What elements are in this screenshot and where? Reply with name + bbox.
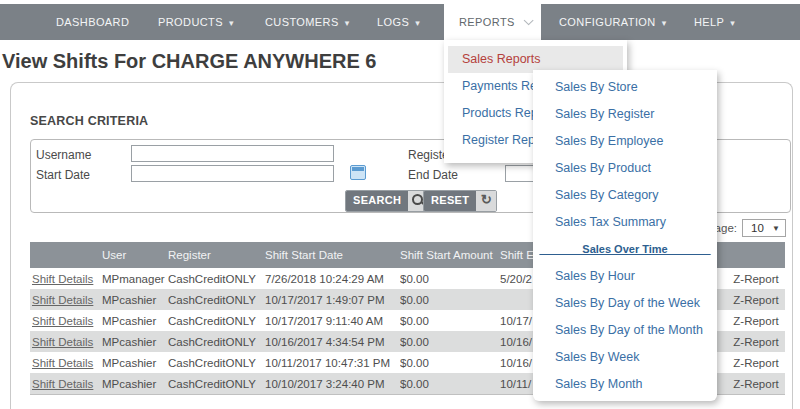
- zreport-link[interactable]: Z-Report: [727, 289, 785, 310]
- col-header-user: User: [102, 242, 168, 268]
- submenu-item-sales-by-month[interactable]: Sales By Month: [533, 371, 717, 398]
- username-input[interactable]: [131, 145, 334, 162]
- nav-item-configuration[interactable]: CONFIGURATION▾: [559, 4, 667, 40]
- submenu-item-sales-by-register[interactable]: Sales By Register: [533, 101, 717, 128]
- nav-label: LOGS: [377, 16, 409, 28]
- submenu-item-sales-by-employee[interactable]: Sales By Employee: [533, 128, 717, 155]
- cell-user: MPcashier: [102, 310, 168, 331]
- search-button[interactable]: SEARCH: [345, 190, 429, 212]
- end-date-label: End Date: [408, 168, 458, 182]
- cell-register: CashCreditONLY: [168, 373, 265, 395]
- cell-start: 10/10/2017 3:24:40 PM: [265, 373, 400, 395]
- search-criteria-heading: SEARCH CRITERIA: [30, 114, 148, 128]
- nav-label: DASHBOARD: [56, 16, 129, 28]
- caret-down-icon: ▾: [662, 18, 667, 28]
- cell-user: MPcashier: [102, 289, 168, 310]
- caret-down-icon: ▾: [415, 18, 420, 28]
- cell-amount: $0.00: [400, 331, 500, 352]
- caret-down-icon: ▾: [345, 18, 350, 28]
- results-per-page-select[interactable]: 10 ▼: [742, 219, 786, 237]
- submenu-item-sales-by-week[interactable]: Sales By Week: [533, 344, 717, 371]
- reset-icon: ↻: [476, 191, 496, 211]
- nav-label: PRODUCTS: [158, 16, 223, 28]
- col-header-shift-start-date: Shift Start Date: [265, 242, 400, 268]
- page-title: View Shifts For CHARGE ANYWHERE 6: [2, 50, 377, 73]
- col-header: [30, 242, 102, 268]
- start-date-input[interactable]: [131, 165, 334, 182]
- submenu-item-sales-tax-summary[interactable]: Sales Tax Summary: [533, 209, 717, 236]
- reset-button[interactable]: RESET ↻: [423, 190, 497, 212]
- cell-user: MPcashier: [102, 331, 168, 352]
- nav-label: CONFIGURATION: [559, 16, 656, 28]
- submenu-item-sales-by-category[interactable]: Sales By Category: [533, 182, 717, 209]
- cell-user: MPcashier: [102, 352, 168, 373]
- cell-register: CashCreditONLY: [168, 310, 265, 331]
- submenu-item-sales-by-day-of-week[interactable]: Sales By Day of the Week: [533, 290, 717, 317]
- zreport-link[interactable]: Z-Report: [727, 373, 785, 395]
- shift-details-link[interactable]: Shift Details: [32, 378, 93, 390]
- username-label: Username: [36, 148, 91, 162]
- submenu-item-sales-by-product[interactable]: Sales By Product: [533, 155, 717, 182]
- cell-amount: $0.00: [400, 373, 500, 395]
- col-header-register: Register: [168, 242, 265, 268]
- submenu-item-sales-by-hour[interactable]: Sales By Hour: [533, 263, 717, 290]
- reset-button-label: RESET: [424, 191, 476, 211]
- nav-item-help[interactable]: HELP▾: [694, 4, 735, 40]
- cell-amount: $0.00: [400, 289, 500, 310]
- shift-details-link[interactable]: Shift Details: [32, 273, 93, 285]
- col-header-zreport: [727, 242, 785, 268]
- shift-details-link[interactable]: Shift Details: [32, 315, 93, 327]
- menu-item-sales-reports[interactable]: Sales Reports: [448, 46, 623, 73]
- start-date-label: Start Date: [36, 168, 90, 182]
- nav-label: REPORTS: [459, 16, 515, 28]
- nav-item-logs[interactable]: LOGS▾: [377, 4, 420, 40]
- shift-details-link[interactable]: Shift Details: [32, 336, 93, 348]
- results-per-page-value: 10: [751, 222, 764, 234]
- cell-amount: $0.00: [400, 310, 500, 331]
- cell-user: MPcashier: [102, 373, 168, 395]
- nav-item-products[interactable]: PRODUCTS▾: [158, 4, 234, 40]
- select-arrow-icon: ▼: [772, 221, 780, 237]
- nav-item-customers[interactable]: CUSTOMERS▾: [265, 4, 350, 40]
- cell-start: 10/16/2017 4:34:54 PM: [265, 331, 400, 352]
- cell-start: 7/26/2018 10:24:29 AM: [265, 268, 400, 289]
- cell-start: 10/11/2017 10:47:31 PM: [265, 352, 400, 373]
- cell-start: 10/17/2017 9:11:40 AM: [265, 310, 400, 331]
- submenu-item-sales-by-store[interactable]: Sales By Store: [533, 74, 717, 101]
- search-button-label: SEARCH: [346, 191, 408, 211]
- cell-register: CashCreditONLY: [168, 331, 265, 352]
- cell-register: CashCreditONLY: [168, 289, 265, 310]
- sales-reports-submenu: Sales By Store Sales By Register Sales B…: [533, 70, 717, 401]
- nav-label: CUSTOMERS: [265, 16, 339, 28]
- nav-item-reports-active[interactable]: REPORTS: [444, 4, 541, 40]
- zreport-link[interactable]: Z-Report: [727, 268, 785, 289]
- cell-user: MPmanager: [102, 268, 168, 289]
- shift-details-link[interactable]: Shift Details: [32, 294, 93, 306]
- nav-label: HELP: [694, 16, 724, 28]
- shift-details-link[interactable]: Shift Details: [32, 357, 93, 369]
- zreport-link[interactable]: Z-Report: [727, 331, 785, 352]
- submenu-item-sales-by-day-of-month[interactable]: Sales By Day of the Month: [533, 317, 717, 344]
- top-nav: DASHBOARD PRODUCTS▾ CUSTOMERS▾ LOGS▾ CON…: [0, 4, 800, 40]
- zreport-link[interactable]: Z-Report: [727, 352, 785, 373]
- calendar-icon[interactable]: [350, 165, 366, 180]
- cell-amount: $0.00: [400, 352, 500, 373]
- cell-register: CashCreditONLY: [168, 352, 265, 373]
- nav-item-dashboard[interactable]: DASHBOARD: [56, 4, 129, 40]
- chevron-down-icon: [523, 15, 533, 25]
- zreport-link[interactable]: Z-Report: [727, 310, 785, 331]
- caret-down-icon: ▾: [730, 18, 735, 28]
- submenu-divider-sales-over-time: _______Sales Over Time_______: [533, 236, 717, 263]
- cell-amount: $0.00: [400, 268, 500, 289]
- cell-register: CashCreditONLY: [168, 268, 265, 289]
- col-header-shift-start-amount: Shift Start Amount: [400, 242, 500, 268]
- caret-down-icon: ▾: [229, 18, 234, 28]
- cell-start: 10/17/2017 1:49:07 PM: [265, 289, 400, 310]
